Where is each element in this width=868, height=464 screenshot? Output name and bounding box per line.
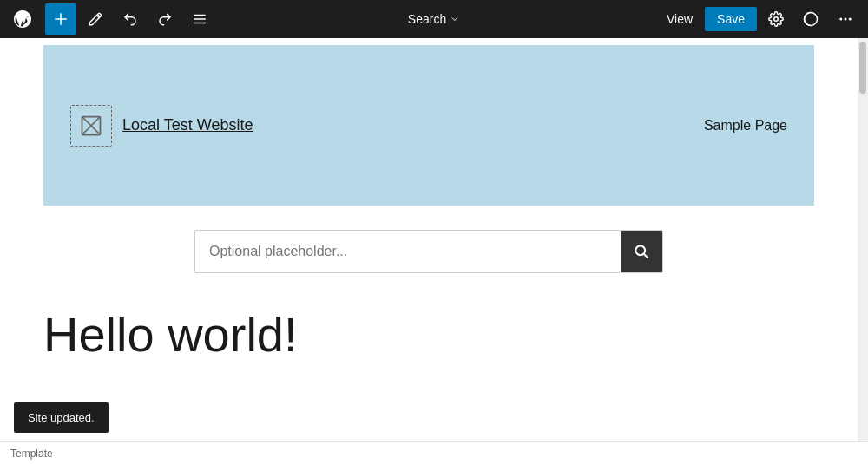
- svg-point-11: [635, 245, 645, 255]
- svg-point-6: [845, 18, 847, 21]
- wp-logo[interactable]: [7, 3, 38, 35]
- site-logo-area: Local Test Website: [70, 105, 253, 147]
- view-button[interactable]: View: [658, 7, 701, 31]
- search-submit-button[interactable]: [621, 231, 662, 272]
- search-block: [0, 212, 858, 291]
- logo-placeholder: [70, 105, 112, 147]
- redo-button[interactable]: [149, 3, 181, 35]
- status-bar: Template: [0, 441, 868, 464]
- tools-button[interactable]: [80, 3, 111, 35]
- save-button[interactable]: Save: [705, 7, 757, 31]
- main-content: Local Test Website Sample Page Hello wor…: [0, 38, 868, 441]
- svg-line-12: [644, 254, 648, 258]
- site-nav: Sample Page: [704, 118, 787, 134]
- toast-notification: Site updated.: [14, 402, 108, 433]
- svg-point-7: [849, 18, 852, 21]
- toolbar-right: View Save: [658, 3, 861, 35]
- canvas-area[interactable]: Local Test Website Sample Page Hello wor…: [0, 38, 858, 441]
- page-content: Hello world!: [0, 291, 858, 379]
- search-input[interactable]: [195, 233, 621, 270]
- site-header-block: Local Test Website Sample Page: [43, 45, 814, 206]
- search-dropdown-label: Search: [408, 12, 446, 26]
- theme-button[interactable]: [795, 3, 826, 35]
- status-template-label: Template: [10, 448, 53, 460]
- toolbar-search: Search: [399, 7, 469, 31]
- list-view-button[interactable]: [184, 3, 215, 35]
- page-heading: Hello world!: [43, 308, 814, 362]
- toast-message: Site updated.: [28, 411, 95, 424]
- settings-button[interactable]: [760, 3, 792, 35]
- more-options-button[interactable]: [830, 3, 861, 35]
- undo-button[interactable]: [115, 3, 146, 35]
- nav-item-sample-page[interactable]: Sample Page: [704, 118, 787, 133]
- toolbar: Search View Save: [0, 0, 868, 38]
- scrollbar-thumb[interactable]: [859, 42, 866, 94]
- svg-point-5: [839, 18, 842, 21]
- site-title-link[interactable]: Local Test Website: [122, 116, 253, 134]
- add-block-button[interactable]: [45, 3, 76, 35]
- search-input-wrap: [194, 230, 663, 273]
- search-dropdown-button[interactable]: Search: [399, 7, 469, 31]
- scrollbar[interactable]: [858, 38, 868, 441]
- svg-point-3: [774, 17, 779, 22]
